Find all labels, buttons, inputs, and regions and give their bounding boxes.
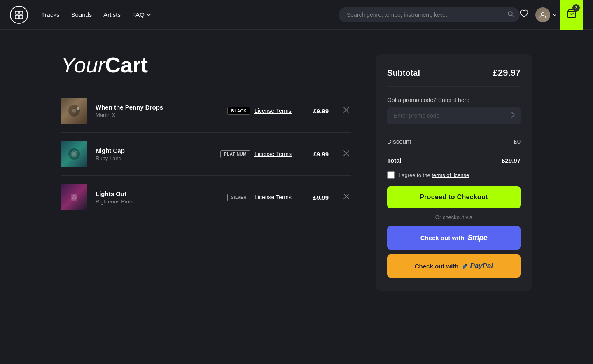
table-row: Lights Out Righteous Riots SILVER Licens… [61,176,351,219]
search-bar [339,7,520,22]
svg-point-8 [72,109,76,113]
nav-right [520,7,557,22]
summary-header: Subtotal £29.97 [387,68,521,87]
terms-checkbox[interactable] [387,171,395,179]
license-terms-link[interactable]: License Terms [254,151,292,157]
license-badge: SILVER [227,194,250,201]
close-icon [343,150,349,156]
subtotal-value: £29.97 [493,68,521,78]
license-terms-link[interactable]: License Terms [254,194,292,201]
item-artist: Ruby Lang [96,155,212,161]
nav-links: Tracks Sounds Artists FAQ [41,11,339,18]
discount-row: Discount £0 [387,132,521,151]
stripe-checkout-button[interactable]: Check out with Stripe [387,226,521,250]
item-title: Night Cap [96,147,212,154]
user-chevron-icon [553,14,557,16]
search-icon [507,11,514,19]
item-title: When the Penny Drops [96,104,219,111]
promo-input[interactable] [387,107,521,124]
discount-value: £0 [514,138,521,145]
item-info: When the Penny Drops Martin X [96,104,219,118]
agree-row: I agree to the terms of license [387,171,521,179]
proceed-to-checkout-button[interactable]: Proceed to Checkout [387,186,521,208]
track-art-icon [68,147,81,161]
search-input[interactable] [339,7,520,22]
paypal-brand-text: PayPal [470,262,493,270]
total-value: £29.97 [502,157,521,164]
table-row: Night Cap Ruby Lang PLATINUM License Ter… [61,133,351,176]
agree-text: I agree to the terms of license [399,172,469,178]
promo-input-wrap [387,107,521,124]
license-badge: BLACK [227,107,250,115]
svg-point-12 [72,195,76,199]
wishlist-button[interactable] [520,9,529,20]
license-badge: PLATINUM [220,150,250,158]
promo-submit-icon[interactable] [511,112,515,119]
navbar: Tracks Sounds Artists FAQ 3 [0,0,593,30]
close-icon [343,107,349,113]
paypal-icon [462,262,469,270]
item-license: SILVER License Terms [227,194,292,201]
nav-faq[interactable]: FAQ [132,11,151,18]
heart-icon [520,9,529,18]
remove-item-button[interactable] [342,105,351,116]
promo-label: Got a promo code? Enter it here [387,97,521,103]
order-summary: Subtotal £29.97 Got a promo code? Enter … [376,54,532,291]
license-terms-link[interactable]: License Terms [254,107,292,114]
svg-rect-1 [19,11,23,14]
item-artist: Martin X [96,112,219,118]
total-row: Total £29.97 [387,151,521,164]
cart-section: YourCart When the Penny Drops Martin X B… [61,54,351,219]
svg-rect-3 [19,15,23,19]
close-icon [343,194,349,199]
item-thumbnail [61,98,87,124]
stripe-checkout-label: Check out with [420,234,465,241]
item-price: £9.99 [308,151,329,158]
cart-button[interactable]: 3 [560,0,583,30]
paypal-checkout-button[interactable]: Check out with PayPal [387,254,521,278]
terms-link[interactable]: terms of license [432,172,469,178]
item-license: BLACK License Terms [227,107,292,115]
track-art-icon [68,191,81,204]
subtotal-label: Subtotal [387,68,420,78]
track-art-icon [68,104,81,117]
item-artist: Righteous Riots [96,198,219,205]
nav-tracks[interactable]: Tracks [41,11,59,18]
chevron-down-icon [146,13,151,16]
page-title: YourCart [61,54,351,76]
item-price: £9.99 [308,107,329,114]
remove-item-button[interactable] [342,149,351,159]
remove-item-button[interactable] [342,192,351,203]
item-title: Lights Out [96,190,219,197]
nav-sounds[interactable]: Sounds [71,11,92,18]
paypal-checkout-label: Check out with [415,263,459,270]
svg-rect-0 [15,11,19,14]
item-thumbnail [61,184,87,210]
cart-badge: 3 [572,4,580,12]
table-row: When the Penny Drops Martin X BLACK Lice… [61,89,351,133]
item-thumbnail [61,141,87,167]
item-license: PLATINUM License Terms [220,150,292,158]
logo[interactable] [10,6,28,24]
paypal-logo: PayPal [462,262,493,270]
promo-section: Got a promo code? Enter it here [387,97,521,124]
item-price: £9.99 [308,194,329,201]
item-info: Lights Out Righteous Riots [96,190,219,205]
cart-items-list: When the Penny Drops Martin X BLACK Lice… [61,89,351,219]
avatar[interactable] [535,7,550,22]
svg-rect-2 [15,15,19,19]
stripe-brand: Stripe [467,233,487,242]
total-label: Total [387,157,402,164]
or-checkout-text: Or checkout via [387,214,521,220]
nav-artists[interactable]: Artists [103,11,121,18]
main-content: YourCart When the Penny Drops Martin X B… [0,30,593,315]
discount-label: Discount [387,138,411,145]
item-info: Night Cap Ruby Lang [96,147,212,161]
